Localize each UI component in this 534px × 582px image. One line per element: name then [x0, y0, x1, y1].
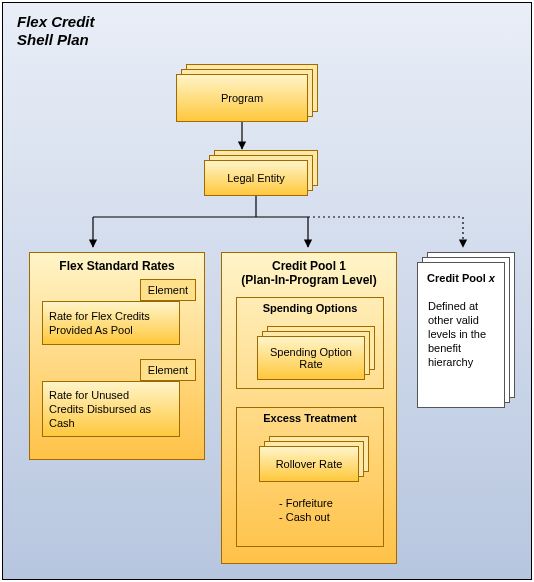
credit-pool-x-title: Credit Pool x: [418, 271, 504, 285]
program-label: Program: [221, 92, 263, 104]
credit-pool-x-body: Defined at other valid levels in the ben…: [428, 299, 486, 369]
spending-options-subpanel: Spending Options Spending Option Rate: [236, 297, 384, 389]
diagram-canvas: Flex Credit Shell Plan Program Legal Ent…: [2, 2, 532, 580]
flex-standard-rates-panel: Flex Standard Rates Element Rate for Fle…: [29, 252, 205, 460]
spending-options-title: Spending Options: [237, 302, 383, 314]
spending-option-rate-box: Spending Option Rate: [257, 336, 365, 380]
flex-standard-rates-title: Flex Standard Rates: [30, 259, 204, 273]
element-tag-1-label: Element: [148, 284, 188, 296]
excess-treatment-title: Excess Treatment: [237, 412, 383, 424]
excess-treatment-subpanel: Excess Treatment Rollover Rate - Forfeit…: [236, 407, 384, 547]
spending-option-rate-label: Spending Option Rate: [270, 346, 352, 370]
credit-pool-1-title: Credit Pool 1 (Plan-In-Program Level): [222, 259, 396, 287]
credit-pool-x-title-text: Credit Pool: [427, 272, 489, 284]
excess-bullets: - Forfeiture - Cash out: [279, 496, 333, 524]
element-tag-1: Element: [140, 279, 196, 301]
credit-pool-x-panel: Credit Pool x Defined at other valid lev…: [417, 262, 505, 408]
diagram-title: Flex Credit Shell Plan: [17, 13, 95, 49]
credit-pool-1-panel: Credit Pool 1 (Plan-In-Program Level) Sp…: [221, 252, 397, 564]
element-tag-2: Element: [140, 359, 196, 381]
element-tag-2-label: Element: [148, 364, 188, 376]
rate-pool-box: Rate for Flex Credits Provided As Pool: [42, 301, 180, 345]
rollover-rate-label: Rollover Rate: [276, 458, 343, 470]
credit-pool-x-title-italic: x: [489, 272, 495, 284]
rate-unused-box: Rate for Unused Credits Disbursed as Cas…: [42, 381, 180, 437]
rate-pool-label: Rate for Flex Credits Provided As Pool: [49, 309, 150, 337]
program-node: Program: [176, 74, 308, 122]
rollover-rate-box: Rollover Rate: [259, 446, 359, 482]
rate-unused-label: Rate for Unused Credits Disbursed as Cas…: [49, 388, 151, 430]
legal-entity-label: Legal Entity: [227, 172, 284, 184]
legal-entity-node: Legal Entity: [204, 160, 308, 196]
